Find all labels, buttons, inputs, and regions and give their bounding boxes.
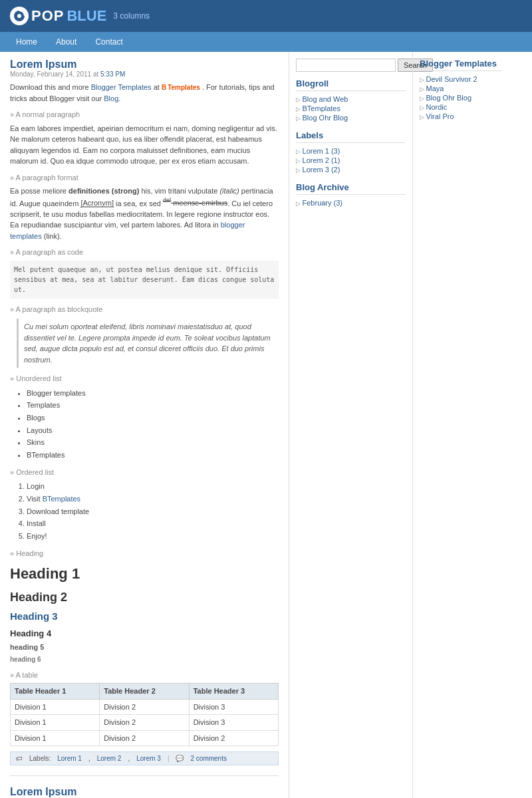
list-item: Blogs [27,412,279,424]
list-item: Lorem 2 (1) [296,156,406,165]
table-cell: Division 2 [100,715,189,731]
archive-link-feb[interactable]: February (3) [303,199,343,207]
site-header: POPBLUE 3 columns [0,0,532,32]
demo-heading-3: Heading 3 [10,609,279,624]
labels-widget: Labels Lorem 1 (3) Lorem 2 (1) Lorem 3 (… [296,130,406,174]
list-item: Visit BTemplates [27,493,279,505]
list-item: Maya [420,84,502,93]
blogroll-list: Blog and Web BTemplates Blog Ohr Blog [296,94,406,122]
bt-link-4[interactable]: Nordic [426,103,448,111]
post-1-content: Download this and more Blogger Templates… [10,82,279,746]
list-item: Blog Ohr Blog [296,113,406,122]
section-table: A table [10,670,279,681]
page-wrapper: Lorem Ipsum Monday, February 14, 2011 at… [0,52,532,798]
label-link-3[interactable]: Lorem 3 (2) [303,166,340,174]
logo-icon [10,7,29,25]
list-item: Blog Ohr Blog [420,93,502,102]
bt-link-1[interactable]: Devil Survivor 2 [426,75,477,83]
post-2-title[interactable]: Lorem Ipsum [10,786,76,797]
list-item: BTemplates [27,449,279,462]
bt-link-5[interactable]: Viral Pro [426,112,454,120]
footer-divider: | [168,755,170,762]
blogroll-link-2[interactable]: BTemplates [303,104,340,112]
section-normal-paragraph: A normal paragraph [10,109,279,120]
label-link-1[interactable]: Lorem 1 (3) [303,147,340,155]
strike-text: del meense-emirbus [163,199,227,207]
demo-heading-2: Heading 2 [10,589,279,606]
table-row: Division 1 Division 2 Division 3 [11,699,279,715]
label-lorem1[interactable]: Lorem 1 [57,755,82,762]
post-1: Lorem Ipsum Monday, February 14, 2011 at… [10,59,279,776]
list-item: Login [27,480,279,493]
search-widget: Search [296,59,406,72]
list-item: Devil Survivor 2 [420,74,502,84]
blogger-templates-link-2[interactable]: blogger templates [10,221,245,240]
normal-paragraph-text: Ea eam labores imperdiet, apeirian democ… [10,123,279,167]
logo-sub: 3 columns [113,11,150,21]
list-item: Templates [27,399,279,412]
logo-svg [13,10,25,22]
main-content: Lorem Ipsum Monday, February 14, 2011 at… [0,52,289,798]
table-cell: Division 2 [100,699,189,715]
list-item: BTemplates [296,104,406,113]
templates-brand-1: Templates [168,82,200,92]
post-1-title[interactable]: Lorem Ipsum [10,59,76,70]
list-item: Nordic [420,102,502,112]
bt-link-2[interactable]: Maya [426,84,444,92]
list-item: Viral Pro [420,112,502,121]
logo-pop: POP [31,7,64,25]
list-item: Skins [27,436,279,449]
label-link-2[interactable]: Lorem 2 (1) [303,156,340,164]
code-block: Mel putent quaeque an, ut postea melius … [10,261,279,299]
blockquote-text: Cu mei solum oporteat eleifend, libris n… [17,319,279,368]
paragraph-format-text: Ea posse meliore definitiones (strong) h… [10,186,279,241]
list-item: Layouts [27,424,279,437]
label-lorem2[interactable]: Lorem 2 [97,755,122,762]
right-sidebar: Blogger Templates Devil Survivor 2 Maya … [412,52,509,798]
list-item: Lorem 3 (2) [296,165,406,174]
table-row: Division 1 Division 2 Division 3 [11,715,279,731]
table-cell: Division 3 [189,699,278,715]
list-item: Enjoy! [27,530,279,543]
section-heading: Heading [10,548,279,559]
table-header: Table Header 1 [11,684,100,700]
nav-home[interactable]: Home [7,32,47,52]
table-header: Table Header 2 [100,684,189,700]
demo-heading-4: Heading 4 [10,627,279,640]
archive-title: Blog Archive [296,182,406,195]
blogger-templates-title: Blogger Templates [420,59,502,71]
post-1-time[interactable]: 5:33 PM [100,70,125,78]
list-item: Install [27,517,279,530]
table-cell: Division 3 [189,715,278,731]
table-cell: Division 1 [11,730,100,746]
blogger-templates-link-1[interactable]: Blogger Templates [91,83,152,91]
blogroll-link-3[interactable]: Blog Ohr Blog [303,114,348,122]
post-1-footer: 🏷 Labels: Lorem 1, Lorem 2, Lorem 3 | 💬 … [10,751,279,765]
italic-text: (italic) [219,187,239,195]
section-ul: Unordered list [10,373,279,384]
archive-list: February (3) [296,198,406,207]
post-1-date: Monday, February 14, 2011 at 5:33 PM [10,70,279,78]
comments-link[interactable]: 2 comments [190,755,226,762]
blogger-templates-widget: Blogger Templates Devil Survivor 2 Maya … [420,59,502,121]
btemplates-icon-1: B [162,82,166,92]
blogroll-link-1[interactable]: Blog and Web [303,95,348,103]
unordered-list: Blogger templates Templates Blogs Layout… [27,387,279,462]
labels-label: Labels: [29,755,51,762]
blogroll-title: Blogroll [296,78,406,91]
list-item: February (3) [296,198,406,207]
table-cell: Division 1 [11,715,100,731]
labels-list: Lorem 1 (3) Lorem 2 (1) Lorem 3 (2) [296,146,406,174]
btemplates-link[interactable]: BTemplates [43,495,80,503]
search-input[interactable] [296,59,396,72]
table-cell: Division 1 [11,699,100,715]
nav-contact[interactable]: Contact [86,32,132,52]
nav-about[interactable]: About [47,32,86,52]
svg-point-1 [17,14,21,18]
label-lorem3[interactable]: Lorem 3 [136,755,161,762]
archive-widget: Blog Archive February (3) [296,182,406,207]
bt-link-3[interactable]: Blog Ohr Blog [426,94,471,102]
blog-link-1[interactable]: Blog [104,94,118,102]
list-item: Download template [27,505,279,518]
abbr-text: [Acronym] [80,199,114,207]
